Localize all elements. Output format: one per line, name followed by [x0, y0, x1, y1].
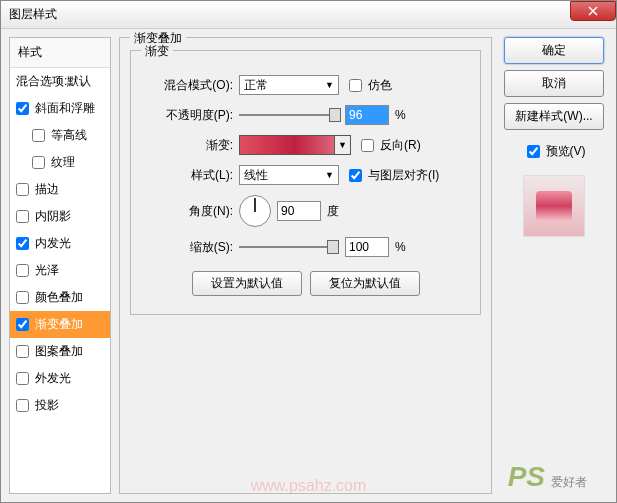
style-item[interactable]: 等高线 [10, 122, 110, 149]
align-input[interactable] [349, 169, 362, 182]
style-item[interactable]: 渐变叠加 [10, 311, 110, 338]
style-item[interactable]: 纹理 [10, 149, 110, 176]
style-value: 线性 [244, 167, 268, 184]
scale-input[interactable]: 100 [345, 237, 389, 257]
new-style-button[interactable]: 新建样式(W)... [504, 103, 604, 130]
style-item-label: 投影 [35, 397, 59, 414]
style-item[interactable]: 内发光 [10, 230, 110, 257]
style-item-checkbox[interactable] [16, 345, 29, 358]
blend-mode-label: 混合模式(O): [143, 77, 233, 94]
opacity-label: 不透明度(P): [143, 107, 233, 124]
style-item-checkbox[interactable] [16, 237, 29, 250]
style-item[interactable]: 内阴影 [10, 203, 110, 230]
style-item-checkbox[interactable] [16, 372, 29, 385]
titlebar: 图层样式 [1, 1, 616, 29]
angle-label: 角度(N): [143, 203, 233, 220]
settings-panel: 渐变叠加 渐变 混合模式(O): 正常 ▼ 仿色 [119, 37, 492, 494]
layer-style-dialog: 图层样式 样式 混合选项:默认 斜面和浮雕等高线纹理描边内阴影内发光光泽颜色叠加… [0, 0, 617, 503]
cancel-button[interactable]: 取消 [504, 70, 604, 97]
opacity-slider[interactable] [239, 107, 339, 123]
close-icon [588, 6, 598, 16]
style-item-checkbox[interactable] [16, 264, 29, 277]
angle-dial[interactable] [239, 195, 271, 227]
dither-checkbox[interactable]: 仿色 [345, 76, 392, 95]
style-item[interactable]: 外发光 [10, 365, 110, 392]
reset-default-button[interactable]: 复位为默认值 [310, 271, 420, 296]
preview-label: 预览(V) [546, 143, 586, 160]
angle-input[interactable]: 90 [277, 201, 321, 221]
style-item-checkbox[interactable] [16, 291, 29, 304]
reverse-checkbox[interactable]: 反向(R) [357, 136, 421, 155]
preview-thumbnail [523, 175, 585, 237]
style-item[interactable]: 投影 [10, 392, 110, 419]
style-item[interactable]: 斜面和浮雕 [10, 95, 110, 122]
style-item-checkbox[interactable] [32, 129, 45, 142]
style-item-label: 内阴影 [35, 208, 71, 225]
style-item-label: 颜色叠加 [35, 289, 83, 306]
style-item[interactable]: 图案叠加 [10, 338, 110, 365]
style-item-label: 渐变叠加 [35, 316, 83, 333]
blend-mode-combo[interactable]: 正常 ▼ [239, 75, 339, 95]
blend-mode-value: 正常 [244, 77, 268, 94]
styles-list: 样式 混合选项:默认 斜面和浮雕等高线纹理描边内阴影内发光光泽颜色叠加渐变叠加图… [9, 37, 111, 494]
scale-label: 缩放(S): [143, 239, 233, 256]
dropdown-icon: ▼ [325, 170, 334, 180]
dither-input[interactable] [349, 79, 362, 92]
style-item-label: 内发光 [35, 235, 71, 252]
gradient-picker[interactable]: ▼ [239, 135, 351, 155]
gradient-overlay-group: 渐变叠加 渐变 混合模式(O): 正常 ▼ 仿色 [119, 37, 492, 494]
dropdown-icon: ▼ [325, 80, 334, 90]
style-item-checkbox[interactable] [16, 183, 29, 196]
opacity-thumb[interactable] [329, 108, 341, 122]
dither-label: 仿色 [368, 77, 392, 94]
style-item-label: 纹理 [51, 154, 75, 171]
style-item[interactable]: 颜色叠加 [10, 284, 110, 311]
style-item-checkbox[interactable] [32, 156, 45, 169]
style-combo[interactable]: 线性 ▼ [239, 165, 339, 185]
reverse-input[interactable] [361, 139, 374, 152]
set-default-button[interactable]: 设置为默认值 [192, 271, 302, 296]
style-item[interactable]: 光泽 [10, 257, 110, 284]
content-area: 样式 混合选项:默认 斜面和浮雕等高线纹理描边内阴影内发光光泽颜色叠加渐变叠加图… [1, 29, 616, 502]
angle-unit: 度 [327, 203, 339, 220]
align-checkbox[interactable]: 与图层对齐(I) [345, 166, 439, 185]
reverse-label: 反向(R) [380, 137, 421, 154]
styles-header[interactable]: 样式 [10, 38, 110, 68]
blend-options-item[interactable]: 混合选项:默认 [10, 68, 110, 95]
close-button[interactable] [570, 1, 616, 21]
style-label: 样式(L): [143, 167, 233, 184]
preview-inner [536, 191, 572, 221]
gradient-inner-group: 渐变 混合模式(O): 正常 ▼ 仿色 不透明度(P): [130, 50, 481, 315]
window-title: 图层样式 [9, 6, 57, 23]
inner-title: 渐变 [141, 43, 173, 60]
style-item-checkbox[interactable] [16, 210, 29, 223]
align-label: 与图层对齐(I) [368, 167, 439, 184]
style-item-label: 等高线 [51, 127, 87, 144]
opacity-input[interactable]: 96 [345, 105, 389, 125]
style-item-label: 斜面和浮雕 [35, 100, 95, 117]
style-item-checkbox[interactable] [16, 318, 29, 331]
style-item-label: 外发光 [35, 370, 71, 387]
gradient-dropdown-icon[interactable]: ▼ [334, 136, 350, 154]
scale-unit: % [395, 240, 406, 254]
scale-slider[interactable] [239, 239, 339, 255]
right-panel: 确定 取消 新建样式(W)... 预览(V) [500, 37, 608, 494]
preview-input[interactable] [527, 145, 540, 158]
gradient-label: 渐变: [143, 137, 233, 154]
scale-thumb[interactable] [327, 240, 339, 254]
style-item[interactable]: 描边 [10, 176, 110, 203]
blend-options-label: 混合选项:默认 [16, 73, 91, 90]
style-item-label: 描边 [35, 181, 59, 198]
ok-button[interactable]: 确定 [504, 37, 604, 64]
style-item-checkbox[interactable] [16, 399, 29, 412]
style-item-label: 光泽 [35, 262, 59, 279]
preview-checkbox[interactable]: 预览(V) [523, 142, 586, 161]
style-item-checkbox[interactable] [16, 102, 29, 115]
opacity-unit: % [395, 108, 406, 122]
style-item-label: 图案叠加 [35, 343, 83, 360]
